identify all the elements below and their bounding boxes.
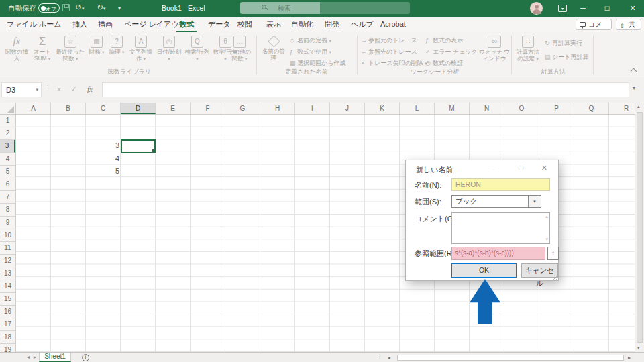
redo-button[interactable]: ↻▾: [97, 3, 106, 12]
refers-to-field[interactable]: s*(s-a)*(s-b)*(s-c)))): [451, 247, 545, 260]
row-header[interactable]: 10: [0, 229, 15, 242]
column-header[interactable]: J: [330, 103, 365, 114]
autosum-button[interactable]: Σ オート SUM ▾: [30, 35, 55, 72]
tab-developer[interactable]: 開発: [322, 17, 342, 32]
column-header[interactable]: L: [400, 103, 435, 114]
column-header[interactable]: Q: [574, 103, 609, 114]
trace-precedents-button[interactable]: →参照元のトレース: [361, 36, 417, 46]
dialog-minimize-icon[interactable]: ─: [491, 164, 496, 172]
cancel-button[interactable]: キャンセル: [521, 263, 558, 278]
column-header[interactable]: O: [504, 103, 539, 114]
insert-function-fx-icon[interactable]: fx: [83, 82, 97, 97]
row-header[interactable]: 6: [0, 178, 15, 191]
text-functions-button[interactable]: A 文字列操作 ▾: [127, 35, 154, 72]
ok-button[interactable]: OK: [451, 263, 517, 278]
row-header[interactable]: 3: [0, 140, 15, 153]
calculate-sheet-button[interactable]: ▤シート再計算: [545, 53, 588, 62]
calculate-now-button[interactable]: ↻再計算実行: [545, 39, 582, 48]
tab-view[interactable]: 表示: [264, 17, 284, 32]
column-header[interactable]: I: [295, 103, 330, 114]
calculation-options-button[interactable]: ∷ 計算方法の設定 ▾: [514, 35, 542, 72]
column-header[interactable]: B: [51, 103, 86, 114]
column-header[interactable]: K: [365, 103, 400, 114]
row-header[interactable]: 5: [0, 166, 15, 178]
formula-input[interactable]: [102, 82, 629, 97]
tab-file[interactable]: ファイル: [4, 17, 40, 32]
column-header[interactable]: E: [156, 103, 191, 114]
collapse-dialog-icon[interactable]: ↑: [547, 247, 559, 260]
insert-function-button[interactable]: fx 関数の挿入: [4, 35, 30, 72]
cell-C5[interactable]: 5: [86, 165, 119, 177]
row-header[interactable]: 8: [0, 204, 15, 217]
horizontal-scrollbar-thumb[interactable]: [397, 355, 624, 361]
column-header[interactable]: N: [470, 103, 504, 114]
column-header[interactable]: F: [191, 103, 225, 114]
save-icon[interactable]: [62, 4, 70, 11]
financial-button[interactable]: ▤ 財務 ▾: [87, 35, 106, 72]
scope-dropdown-arrow-icon[interactable]: ▾: [529, 195, 541, 208]
close-button[interactable]: ✕: [621, 0, 644, 17]
tab-automate[interactable]: 自動化: [288, 17, 316, 32]
maximize-button[interactable]: □: [596, 0, 619, 17]
column-header[interactable]: A: [16, 103, 51, 114]
user-avatar[interactable]: [530, 2, 543, 15]
search-input[interactable]: 検索: [240, 2, 410, 14]
row-header[interactable]: 2: [0, 127, 15, 140]
evaluate-formula-button[interactable]: ◎数式の検証: [425, 59, 463, 68]
row-header[interactable]: 9: [0, 217, 15, 229]
expand-formula-bar-icon[interactable]: ▾: [633, 85, 635, 91]
row-header[interactable]: 14: [0, 280, 15, 293]
new-sheet-button[interactable]: +: [82, 354, 89, 361]
undo-button[interactable]: ↺▾: [75, 3, 85, 12]
dialog-close-icon[interactable]: ✕: [541, 164, 547, 172]
sheet-nav-left-icon[interactable]: ◂: [27, 354, 30, 360]
row-header[interactable]: 18: [0, 331, 15, 344]
lookup-reference-button[interactable]: Q 検索/行列 ▾: [184, 35, 211, 72]
name-manager-button[interactable]: 名前の管理: [260, 35, 287, 72]
column-header[interactable]: P: [539, 103, 574, 114]
tab-review[interactable]: 校閲: [235, 17, 255, 32]
cell-C3[interactable]: 3: [86, 139, 119, 152]
column-header[interactable]: C: [86, 103, 121, 114]
more-functions-button[interactable]: … その他の関数 ▾: [225, 35, 254, 72]
cancel-entry-icon[interactable]: ×: [52, 82, 66, 97]
name-field[interactable]: HERON: [451, 178, 550, 191]
column-header[interactable]: H: [260, 103, 295, 114]
sheet-tab-sheet1[interactable]: Sheet1: [39, 353, 71, 362]
recent-functions-button[interactable]: ☆ 最近使った関数 ▾: [55, 35, 86, 72]
comments-button[interactable]: コメント: [576, 19, 612, 30]
row-header[interactable]: 7: [0, 191, 15, 204]
comment-textarea[interactable]: ▴ ▾: [451, 212, 550, 244]
define-name-button[interactable]: ◇名前の定義 ▾: [290, 36, 331, 46]
enter-entry-icon[interactable]: ✓: [67, 82, 80, 97]
row-header[interactable]: 1: [0, 115, 15, 127]
date-time-button[interactable]: ◷ 日付/時刻 ▾: [156, 35, 182, 72]
row-header[interactable]: 16: [0, 306, 15, 318]
tab-data[interactable]: データ: [205, 17, 233, 32]
remove-arrows-button[interactable]: ×トレース矢印の削除 ▾: [361, 59, 427, 68]
column-header[interactable]: M: [435, 103, 470, 114]
tab-help[interactable]: ヘルプ: [348, 17, 376, 32]
tab-insert[interactable]: 挿入: [70, 17, 90, 32]
autosave-toggle[interactable]: オフ: [38, 3, 60, 13]
vscroll-down-icon[interactable]: ▾: [637, 345, 640, 351]
row-header[interactable]: 19: [0, 344, 15, 352]
row-header[interactable]: 13: [0, 267, 15, 280]
column-header[interactable]: R: [609, 103, 635, 114]
active-cell-selection[interactable]: [121, 139, 156, 153]
hscroll-left-icon[interactable]: ◂: [388, 355, 390, 361]
vertical-scrollbar-thumb[interactable]: [637, 112, 643, 343]
share-button[interactable]: ⇧ 共有 ▾: [616, 19, 641, 30]
collapse-ribbon-icon[interactable]: [631, 68, 637, 75]
ribbon-display-options-icon[interactable]: ▾: [558, 5, 567, 12]
name-box[interactable]: D3▾: [1, 82, 42, 97]
qat-customize-button[interactable]: ▾: [118, 5, 121, 11]
row-header[interactable]: 12: [0, 255, 15, 267]
tab-home[interactable]: ホーム: [36, 17, 64, 32]
hscroll-right-icon[interactable]: ▸: [628, 355, 631, 361]
scope-dropdown[interactable]: ブック: [451, 195, 529, 208]
row-header[interactable]: 17: [0, 318, 15, 331]
watch-window-button[interactable]: 60 ウォッチ ウィンドウ: [479, 35, 510, 72]
row-header[interactable]: 11: [0, 242, 15, 255]
vertical-scrollbar[interactable]: ▴ ▾: [635, 103, 644, 352]
